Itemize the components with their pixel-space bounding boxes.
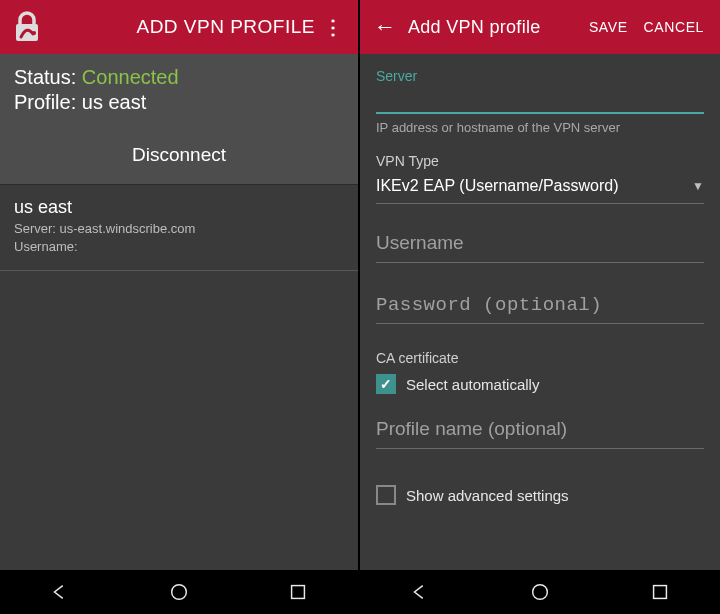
vpntype-select[interactable]: IKEv2 EAP (Username/Password) ▼	[376, 177, 704, 204]
main-screen: ADD VPN PROFILE ⋮ Status: Connected Prof…	[0, 0, 360, 614]
appbar-title: Add VPN profile	[408, 17, 541, 38]
appbar-right: ← Add VPN profile SAVE CANCEL	[360, 0, 720, 54]
profile-name-input[interactable]	[376, 414, 704, 449]
profile-label: Profile:	[14, 91, 76, 113]
disconnect-button[interactable]: Disconnect	[14, 128, 344, 184]
ca-auto-checkbox[interactable]: ✓	[376, 374, 396, 394]
nav-back-icon[interactable]	[409, 581, 431, 603]
nav-bar-right	[360, 570, 720, 614]
nav-recent-icon[interactable]	[649, 581, 671, 603]
status-value: Connected	[82, 66, 179, 88]
vpntype-label: VPN Type	[376, 153, 704, 169]
status-label: Status:	[14, 66, 76, 88]
nav-recent-icon[interactable]	[287, 581, 309, 603]
add-profile-screen: ← Add VPN profile SAVE CANCEL Server IP …	[360, 0, 720, 614]
appbar-left: ADD VPN PROFILE ⋮	[0, 0, 358, 54]
svg-rect-3	[292, 586, 305, 599]
status-panel: Status: Connected Profile: us east Disco…	[0, 54, 358, 185]
nav-back-icon[interactable]	[49, 581, 71, 603]
back-arrow-icon[interactable]: ←	[368, 14, 408, 40]
nav-bar-left	[0, 570, 358, 614]
server-field-label: Server	[376, 68, 704, 84]
svg-rect-5	[654, 586, 667, 599]
app-logo-lock-icon	[8, 8, 46, 46]
svg-point-2	[172, 585, 187, 600]
server-hint: IP address or hostname of the VPN server	[376, 120, 704, 135]
svg-point-1	[32, 31, 36, 35]
ca-cert-label: CA certificate	[376, 350, 704, 366]
username-label: Username:	[14, 239, 78, 254]
cancel-button[interactable]: CANCEL	[636, 19, 712, 35]
profile-item-name: us east	[14, 197, 344, 218]
profile-form: Server IP address or hostname of the VPN…	[360, 54, 720, 570]
server-label: Server:	[14, 221, 56, 236]
nav-home-icon[interactable]	[168, 581, 190, 603]
password-input[interactable]	[376, 289, 704, 324]
profile-value: us east	[82, 91, 146, 113]
svg-point-4	[533, 585, 548, 600]
ca-auto-label: Select automatically	[406, 376, 539, 393]
show-advanced-checkbox[interactable]	[376, 485, 396, 505]
profile-list-item[interactable]: us east Server: us-east.windscribe.com U…	[0, 185, 358, 271]
username-input[interactable]	[376, 228, 704, 263]
chevron-down-icon: ▼	[692, 179, 704, 193]
save-button[interactable]: SAVE	[581, 19, 636, 35]
show-advanced-label: Show advanced settings	[406, 487, 569, 504]
server-input[interactable]	[376, 90, 704, 114]
overflow-menu-icon[interactable]: ⋮	[315, 15, 350, 39]
vpntype-value: IKEv2 EAP (Username/Password)	[376, 177, 618, 195]
appbar-title[interactable]: ADD VPN PROFILE	[136, 16, 315, 38]
server-value: us-east.windscribe.com	[60, 221, 196, 236]
nav-home-icon[interactable]	[529, 581, 551, 603]
